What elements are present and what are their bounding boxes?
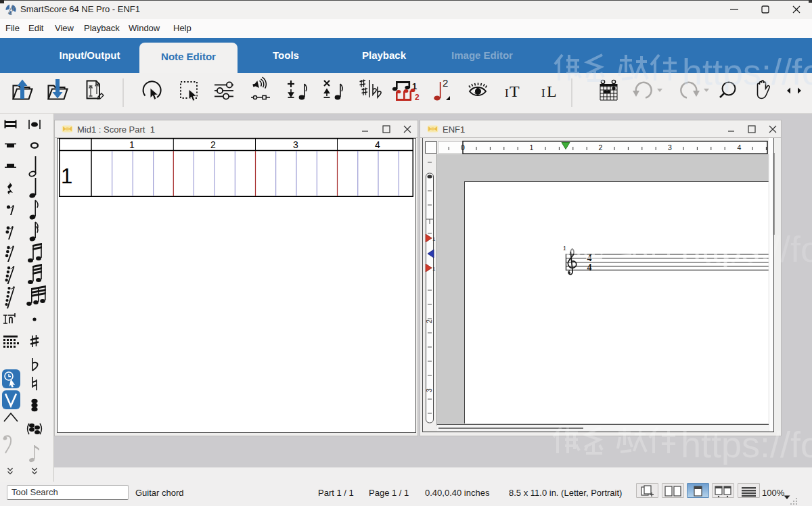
svg-text:2: 2	[210, 139, 216, 150]
svg-text:I: I	[505, 87, 509, 99]
svg-text:1: 1	[530, 143, 534, 152]
svg-text:2: 2	[426, 319, 433, 323]
svg-text:3: 3	[293, 139, 298, 150]
svg-text:T: T	[510, 83, 520, 100]
svg-text:2: 2	[443, 77, 448, 89]
svg-text:3: 3	[426, 388, 433, 392]
svg-text:0: 0	[461, 143, 465, 152]
svg-text:1: 1	[432, 266, 436, 272]
svg-text:4: 4	[587, 253, 592, 263]
svg-text:1: 1	[432, 236, 436, 242]
svg-text:1: 1	[61, 164, 72, 188]
svg-text:2: 2	[599, 143, 603, 152]
svg-text:4: 4	[587, 262, 592, 273]
svg-text:2: 2	[415, 93, 420, 102]
svg-text:1: 1	[563, 245, 566, 252]
svg-text:L: L	[547, 83, 557, 100]
svg-text:I: I	[541, 87, 545, 99]
svg-text:1: 1	[129, 139, 135, 150]
svg-text:4: 4	[738, 143, 742, 152]
svg-text:4: 4	[375, 139, 380, 150]
svg-text:3: 3	[668, 143, 672, 152]
